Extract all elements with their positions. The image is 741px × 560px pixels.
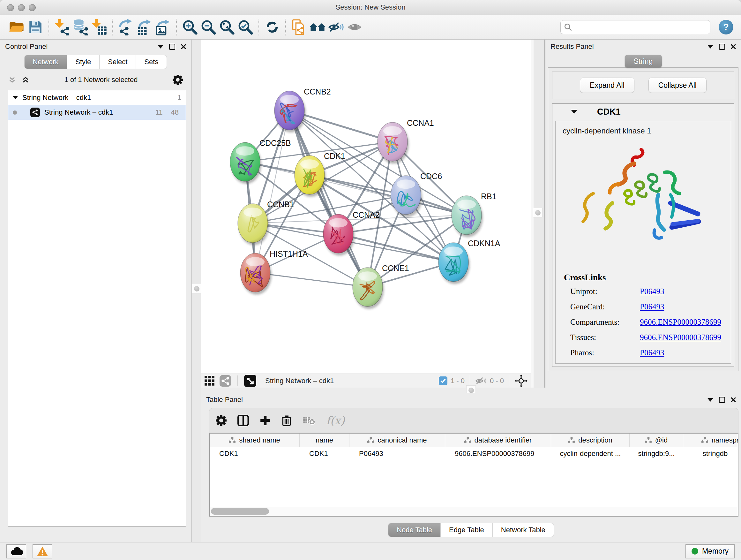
warnings-button[interactable] [32, 544, 52, 558]
crosslink-link[interactable]: 9606.ENSP00000378699 [640, 318, 721, 327]
table-cell[interactable]: cyclin-dependent ... [551, 449, 630, 458]
import-network-database-button[interactable] [71, 18, 90, 37]
network-node-HIST1H1A[interactable]: HIST1H1A [240, 249, 308, 295]
column-header-database-identifier[interactable]: database identifier [445, 434, 551, 447]
expand-all-icon[interactable] [22, 76, 29, 84]
function-builder-icon[interactable]: f(x) [326, 414, 345, 427]
selected-checkbox-icon[interactable] [439, 376, 448, 385]
right-splitter-handle[interactable] [533, 208, 542, 217]
delete-table-icon[interactable] [302, 416, 315, 425]
crosslink-link[interactable]: P06493 [640, 287, 664, 296]
network-node-CCNB2[interactable]: CCNB2 [274, 87, 331, 132]
tab-edge-table[interactable]: Edge Table [441, 523, 493, 537]
home-button[interactable] [308, 18, 327, 37]
zoom-fit-button[interactable] [218, 18, 236, 37]
network-node-CDC25B[interactable]: CDC25B [230, 138, 291, 184]
zoom-out-button[interactable] [199, 18, 218, 37]
memory-button[interactable]: Memory [685, 544, 735, 558]
tab-node-table[interactable]: Node Table [388, 523, 441, 537]
tab-select[interactable]: Select [99, 55, 136, 69]
table-cell[interactable]: 9606.ENSP00000378699 [445, 449, 551, 458]
column-header-namespace[interactable]: namespace [683, 434, 738, 447]
network-node-CCNB1[interactable]: CCNB1 [238, 200, 294, 245]
horizontal-splitter[interactable] [201, 388, 741, 393]
cloud-status-button[interactable] [6, 544, 26, 558]
gene-section-header[interactable]: CDK1 [552, 104, 734, 120]
collapse-all-icon[interactable] [8, 76, 16, 84]
gear-icon[interactable] [173, 75, 183, 85]
column-header-shared-name[interactable]: shared name [210, 434, 300, 447]
column-header-name[interactable]: name [300, 434, 349, 447]
panel-float-icon[interactable] [719, 44, 725, 50]
panel-close-icon[interactable] [731, 397, 736, 402]
network-node-RB1[interactable]: RB1 [452, 192, 496, 237]
birdseye-view-icon[interactable] [244, 375, 256, 387]
crosslink-link[interactable]: P06493 [640, 302, 664, 311]
export-table-button[interactable] [135, 18, 154, 37]
gray-eye-button[interactable] [345, 18, 364, 37]
panel-menu-icon[interactable] [158, 45, 163, 49]
network-row-selected[interactable]: String Network – cdk1 11 48 [8, 105, 186, 120]
panel-menu-icon[interactable] [708, 398, 713, 401]
delete-column-trash-icon[interactable] [281, 415, 292, 426]
add-column-icon[interactable] [260, 415, 271, 426]
panel-close-icon[interactable] [181, 44, 186, 49]
save-session-button[interactable] [26, 18, 45, 37]
import-table-file-button[interactable] [90, 18, 109, 37]
grid-view-icon[interactable] [204, 375, 215, 386]
column-header-canonical-name[interactable]: canonical name [349, 434, 445, 447]
tab-network[interactable]: Network [24, 55, 67, 69]
tab-network-table[interactable]: Network Table [493, 523, 554, 537]
pan-crosshair-icon[interactable] [515, 374, 528, 388]
collection-disclosure-icon[interactable] [13, 96, 18, 99]
network-node-CCNE1[interactable]: CCNE1 [353, 264, 409, 309]
table-horizontal-scrollbar[interactable] [210, 507, 738, 516]
network-graph[interactable]: CCNB2CCNA1CDC25BCDK1CDC6RB1CCNB1CCNA2CDK… [201, 40, 531, 374]
scrollbar-thumb[interactable] [211, 508, 269, 515]
hidden-eye-icon[interactable] [475, 376, 487, 386]
hide-panel-eye-button[interactable] [327, 18, 345, 37]
column-header--id[interactable]: @id [630, 434, 683, 447]
expand-all-button[interactable]: Expand All [580, 78, 634, 93]
export-image-button[interactable] [154, 18, 172, 37]
refresh-button[interactable] [263, 18, 281, 37]
section-disclosure-icon[interactable] [571, 110, 577, 114]
help-button[interactable]: ? [719, 20, 733, 35]
table-cell[interactable]: stringdb [683, 449, 738, 458]
left-splitter[interactable] [192, 40, 201, 542]
collapse-all-button[interactable]: Collapse All [649, 78, 706, 93]
open-session-button[interactable] [8, 18, 26, 37]
search-input[interactable] [572, 23, 707, 31]
zoom-in-button[interactable] [181, 18, 199, 37]
panel-close-icon[interactable] [731, 44, 736, 49]
table-settings-gear-icon[interactable] [216, 415, 226, 426]
zoom-selected-button[interactable] [236, 18, 255, 37]
tab-string[interactable]: String [625, 55, 662, 68]
table-cell[interactable]: CDK1 [210, 449, 300, 458]
node-table[interactable]: shared namenamecanonical namedatabase id… [209, 433, 738, 516]
network-collection-row[interactable]: String Network – cdk1 1 [8, 90, 186, 105]
export-network-button[interactable] [117, 18, 135, 37]
right-splitter[interactable] [531, 40, 544, 388]
table-cell[interactable]: CDK1 [300, 449, 349, 458]
crosslink-link[interactable]: P06493 [640, 348, 664, 357]
crosslink-link[interactable]: 9606.ENSP00000378699 [640, 333, 721, 342]
tab-sets[interactable]: Sets [136, 55, 167, 69]
left-splitter-handle[interactable] [192, 284, 201, 294]
show-columns-icon[interactable] [238, 415, 249, 426]
panel-float-icon[interactable] [169, 44, 175, 50]
column-header-description[interactable]: description [551, 434, 630, 447]
panel-float-icon[interactable] [719, 397, 725, 403]
table-cell[interactable]: P06493 [349, 449, 445, 458]
tab-style[interactable]: Style [67, 55, 99, 69]
network-node-CCNA1[interactable]: CCNA1 [378, 118, 434, 164]
import-network-file-button[interactable] [53, 18, 71, 37]
clone-network-button[interactable] [290, 18, 308, 37]
table-cell[interactable]: stringdb:9... [630, 449, 683, 458]
table-row[interactable]: CDK1CDK1P064939606.ENSP00000378699cyclin… [210, 447, 738, 460]
network-edge-HIST1H1A-CCNE1[interactable] [255, 273, 367, 287]
network-share-view-icon[interactable] [219, 375, 231, 387]
network-view[interactable]: CCNB2CCNA1CDC25BCDK1CDC6RB1CCNB1CCNA2CDK… [201, 40, 531, 374]
network-edge-CCNB2-CCNE1[interactable] [289, 111, 367, 287]
network-node-CDKN1A[interactable]: CDKN1A [439, 239, 500, 284]
